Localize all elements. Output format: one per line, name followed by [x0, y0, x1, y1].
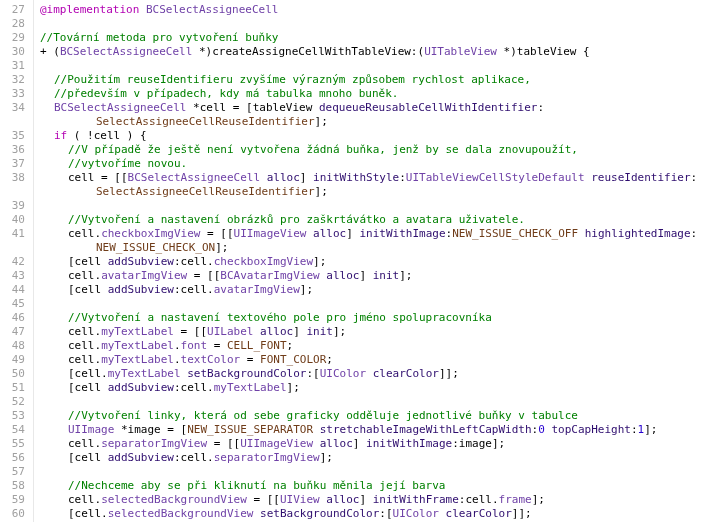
code-editor[interactable]: 2728293031323334353637383940414243444546…: [0, 0, 706, 522]
token-cls: UIImageView: [240, 437, 313, 450]
token-fn: topCapHeight: [551, 423, 630, 436]
token-plain: ]: [293, 325, 306, 338]
code-line[interactable]: [cell addSubview:cell.separatorImgView];: [40, 450, 706, 464]
line-number: 29: [0, 30, 25, 44]
token-plain: =: [240, 353, 260, 366]
token-fn: init: [306, 325, 333, 338]
token-cls: avatarImgView: [101, 269, 187, 282]
code-line[interactable]: //Vytvoření a nastavení textového pole p…: [40, 310, 706, 324]
token-plain: :: [399, 171, 406, 184]
code-line[interactable]: //Nechceme aby se při kliknutí na buňku …: [40, 478, 706, 492]
code-line[interactable]: UIImage *image = [NEW_ISSUE_SEPARATOR st…: [40, 422, 706, 436]
code-line[interactable]: [cell.myTextLabel setBackgroundColor:[UI…: [40, 366, 706, 380]
token-cls: textColor: [181, 353, 241, 366]
code-line[interactable]: //Vytvoření a nastavení obrázků pro zašk…: [40, 212, 706, 226]
code-line[interactable]: [cell addSubview:cell.avatarImgView];: [40, 282, 706, 296]
token-macro: SelectAssigneeCellReuseIdentifier: [96, 115, 315, 128]
line-number: 34: [0, 100, 25, 114]
token-plain: ;: [287, 339, 294, 352]
code-line[interactable]: [40, 464, 706, 478]
code-line[interactable]: [cell addSubview:cell.checkboxImgView];: [40, 254, 706, 268]
line-number: 56: [0, 450, 25, 464]
token-fn: alloc: [326, 493, 359, 506]
code-line[interactable]: cell.selectedBackgroundView = [[UIView a…: [40, 492, 706, 506]
code-line[interactable]: cell.myTextLabel = [[UILabel alloc] init…: [40, 324, 706, 338]
token-cmt: //Tovární metoda pro vytvoření buňky: [40, 31, 278, 44]
token-plain: cell.: [68, 437, 101, 450]
code-line[interactable]: cell.avatarImgView = [[BCAvatarImgView a…: [40, 268, 706, 282]
token-cls: UIView: [280, 493, 320, 506]
token-macro: SelectAssigneeCellReuseIdentifier: [96, 185, 315, 198]
code-line[interactable]: //V případě že ještě není vytvořena žádn…: [40, 142, 706, 156]
token-plain: cell.: [68, 269, 101, 282]
token-plain: ]: [346, 227, 359, 240]
code-line[interactable]: SelectAssigneeCellReuseIdentifier];: [40, 184, 706, 198]
token-plain: [578, 227, 585, 240]
token-plain: [313, 437, 320, 450]
token-plain: *)tableView {: [497, 45, 590, 58]
token-plain: ];: [333, 325, 346, 338]
token-plain: :cell.: [174, 451, 214, 464]
token-cmt: //V případě že ještě není vytvořena žádn…: [68, 143, 578, 156]
token-cmt: //Vytvoření linky, která od sebe grafick…: [68, 409, 578, 422]
token-fn: addSubview: [108, 255, 174, 268]
token-fn: setBackgroundColor: [260, 507, 379, 520]
token-cls: separatorImgView: [214, 451, 320, 464]
token-fn: init: [373, 269, 400, 282]
code-line[interactable]: [40, 58, 706, 72]
code-line[interactable]: //především v případech, kdy má tabulka …: [40, 86, 706, 100]
line-number: 32: [0, 72, 25, 86]
token-fn: addSubview: [108, 381, 174, 394]
token-plain: :cell.: [174, 255, 214, 268]
line-number: 59: [0, 492, 25, 506]
code-line[interactable]: NEW_ISSUE_CHECK_ON];: [40, 240, 706, 254]
token-plain: cell.: [68, 227, 101, 240]
token-num: 0: [538, 423, 545, 436]
token-plain: [439, 507, 446, 520]
token-plain: [313, 423, 320, 436]
token-plain: :image];: [452, 437, 505, 450]
code-line[interactable]: cell.separatorImgView = [[UIImageView al…: [40, 436, 706, 450]
code-line[interactable]: SelectAssigneeCellReuseIdentifier];: [40, 114, 706, 128]
token-cls: font: [181, 339, 208, 352]
code-line[interactable]: [cell.selectedBackgroundView setBackgrou…: [40, 506, 706, 520]
token-cmt: //Vytvoření a nastavení textového pole p…: [68, 311, 492, 324]
token-cls: UIColor: [393, 507, 439, 520]
token-plain: ];: [315, 185, 328, 198]
code-line[interactable]: BCSelectAssigneeCell *cell = [tableView …: [40, 100, 706, 114]
token-plain: ]: [353, 437, 366, 450]
code-line[interactable]: //Použitím reuseIdentifieru zvyšíme výra…: [40, 72, 706, 86]
code-line[interactable]: cell = [[BCSelectAssigneeCell alloc] ini…: [40, 170, 706, 184]
code-line[interactable]: if ( !cell ) {: [40, 128, 706, 142]
line-number: 41: [0, 226, 25, 240]
token-cls: selectedBackgroundView: [108, 507, 254, 520]
line-number: 46: [0, 310, 25, 324]
code-line[interactable]: //vytvoříme novou.: [40, 156, 706, 170]
token-cls: myTextLabel: [101, 339, 174, 352]
code-line[interactable]: [40, 296, 706, 310]
code-line[interactable]: [40, 16, 706, 30]
token-plain: [cell: [68, 381, 108, 394]
code-line[interactable]: [40, 394, 706, 408]
token-plain: + (: [40, 45, 60, 58]
token-cmt: //Použitím reuseIdentifieru zvyšíme výra…: [54, 73, 531, 86]
code-line[interactable]: //Vytvoření linky, která od sebe grafick…: [40, 408, 706, 422]
token-fn: alloc: [313, 227, 346, 240]
code-line[interactable]: + (BCSelectAssigneeCell *)createAssigneC…: [40, 44, 706, 58]
code-line[interactable]: //Tovární metoda pro vytvoření buňky: [40, 30, 706, 44]
token-plain: ]: [300, 171, 313, 184]
token-plain: ];: [287, 381, 300, 394]
token-fn: initWithStyle: [313, 171, 399, 184]
token-plain: :: [537, 101, 544, 114]
code-content[interactable]: @implementation BCSelectAssigneeCell//To…: [34, 0, 706, 522]
token-cls: UILabel: [207, 325, 253, 338]
code-line[interactable]: cell.checkboxImgView = [[UIImageView all…: [40, 226, 706, 240]
token-plain: cell.: [68, 353, 101, 366]
code-line[interactable]: @implementation BCSelectAssigneeCell: [40, 2, 706, 16]
code-line[interactable]: [cell addSubview:cell.myTextLabel];: [40, 380, 706, 394]
token-fn: addSubview: [108, 451, 174, 464]
token-plain: cell = [[: [68, 171, 128, 184]
code-line[interactable]: [40, 198, 706, 212]
code-line[interactable]: cell.myTextLabel.font = CELL_FONT;: [40, 338, 706, 352]
code-line[interactable]: cell.myTextLabel.textColor = FONT_COLOR;: [40, 352, 706, 366]
